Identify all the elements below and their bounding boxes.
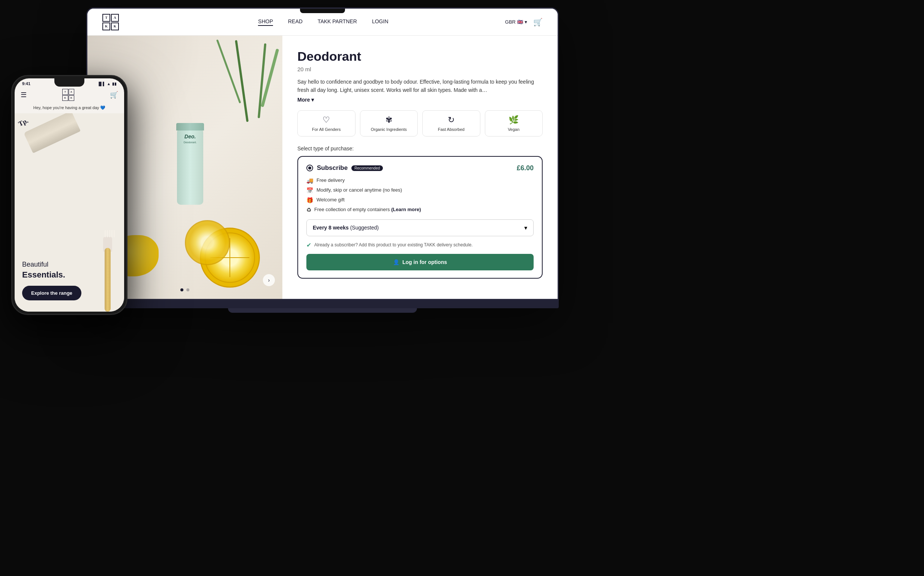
- toothpaste-tube: [24, 113, 81, 154]
- laptop-device: T A K K SHOP READ TAKK PARTNER LOGIN GBR…: [86, 8, 559, 315]
- calendar-icon: 📅: [306, 187, 313, 194]
- nav-read-link[interactable]: READ: [288, 18, 303, 26]
- phone-logo-cell-k1: K: [62, 95, 68, 101]
- feature-label-absorbed: Fast Absorbed: [438, 127, 465, 132]
- phone-hamburger-icon[interactable]: ☰: [21, 91, 27, 99]
- recycle-icon: ♻: [306, 206, 311, 213]
- laptop-foot-inner: [228, 308, 417, 313]
- benefit-collection-text: Free collection of empty containers (Lea…: [314, 206, 421, 212]
- product-description: Say hello to confidence and goodbye to b…: [297, 78, 543, 94]
- vegan-icon: 🌿: [508, 115, 519, 125]
- chevron-down-icon: ▾: [524, 224, 527, 231]
- feature-label-vegan: Vegan: [508, 127, 520, 132]
- radio-dot: [308, 166, 311, 170]
- feature-label-genders: For All Genders: [312, 127, 341, 132]
- more-description-button[interactable]: More ▾: [297, 97, 543, 103]
- logo-cell-t: T: [102, 14, 110, 22]
- subscribe-header: Subscribe Recommended £6.00: [306, 164, 534, 172]
- laptop-foot: [86, 308, 559, 313]
- benefit-free-delivery: 🚚 Free delivery: [306, 178, 534, 184]
- subscriber-note: ✔ Already a subscriber? Add this product…: [306, 242, 534, 249]
- phone-tagline: Beautiful: [22, 261, 117, 269]
- product-size: 20 ml: [297, 66, 543, 72]
- product-title: Deodorant: [297, 49, 543, 64]
- subscribe-name: Subscribe: [317, 164, 348, 172]
- benefit-modify: 📅 Modify, skip or cancel anytime (no fee…: [306, 187, 534, 194]
- laptop-logo: T A K K: [102, 14, 119, 30]
- feature-icons-row: ♡ For All Genders ✾ Organic Ingredients …: [297, 110, 543, 136]
- learn-more-link[interactable]: (Learn more): [391, 206, 421, 212]
- phone-logo-cell-k2: K: [69, 95, 75, 101]
- toothbrush-bristles: [105, 230, 115, 237]
- explore-range-button[interactable]: Explore the range: [22, 286, 82, 300]
- login-for-options-button[interactable]: 👤 Log in for options: [306, 254, 534, 270]
- subscribe-option-box: Subscribe Recommended £6.00 🚚 Free deliv…: [297, 156, 543, 278]
- frequency-text: Every 8 weeks (Suggested): [313, 225, 379, 230]
- feature-fast-absorbed: ↻ Fast Absorbed: [422, 110, 480, 136]
- feature-vegan: 🌿 Vegan: [485, 110, 543, 136]
- feature-label-organic: Organic Ingredients: [371, 127, 407, 132]
- feature-for-all-genders: ♡ For All Genders: [297, 110, 355, 136]
- phone-logo-cell-a: A: [69, 89, 75, 95]
- subscribe-benefits-list: 🚚 Free delivery 📅 Modify, skip or cancel…: [306, 178, 534, 213]
- heart-icon: ♡: [323, 115, 330, 125]
- laptop-base: [86, 300, 559, 308]
- region-selector[interactable]: GBR 🇬🇧 ▾: [505, 19, 527, 25]
- phone-device: 9:41 ▐▌▌ ▲ ▮▮ ☰ T A K K 🛒 Hey, hop: [11, 75, 128, 315]
- benefit-delivery-text: Free delivery: [317, 178, 345, 183]
- carousel-next-button[interactable]: ›: [263, 274, 275, 286]
- chevron-down-icon: ▾: [311, 97, 314, 103]
- subscribe-title-row: Subscribe Recommended: [306, 164, 383, 172]
- carousel-dot-1[interactable]: [181, 288, 183, 291]
- phone-hero-text: Beautiful Essentials. Explore the range: [22, 261, 117, 300]
- purchase-type-label: Select type of purchase:: [297, 146, 543, 152]
- login-btn-label: Log in for options: [402, 259, 447, 265]
- laptop-screen: T A K K SHOP READ TAKK PARTNER LOGIN GBR…: [87, 9, 558, 299]
- lemon-slice-small: [185, 220, 230, 265]
- check-circle-icon: ✔: [306, 242, 311, 249]
- phone-time: 9:41: [22, 82, 30, 86]
- nav-login-link[interactable]: LOGIN: [372, 18, 388, 26]
- benefit-gift-text: Welcome gift: [317, 197, 345, 203]
- phone-cart-icon[interactable]: 🛒: [110, 91, 118, 99]
- benefit-gift: 🎁 Welcome gift: [306, 197, 534, 204]
- more-label: More: [297, 97, 310, 103]
- subscribe-radio[interactable]: [306, 165, 313, 171]
- logo-cell-k1: K: [102, 22, 110, 30]
- subscribe-price: £6.00: [517, 164, 534, 172]
- deo-tube: Deo. Deodorant.: [177, 130, 203, 205]
- logo-cell-k2: K: [111, 22, 119, 30]
- chevron-down-icon: ▾: [524, 19, 527, 25]
- signal-icon: ▐▌▌: [98, 82, 106, 86]
- subscriber-note-text: Already a subscriber? Add this product t…: [314, 242, 473, 248]
- deo-tube-subtext: Deodorant.: [184, 141, 197, 144]
- flag-icon: 🇬🇧: [517, 19, 523, 25]
- carousel-dot-2[interactable]: [186, 288, 189, 291]
- benefit-collection: ♻ Free collection of empty containers (L…: [306, 206, 534, 213]
- nav-partner-link[interactable]: TAKK PARTNER: [318, 18, 357, 26]
- toothpaste-label: Tp.: [17, 117, 30, 128]
- login-icon: 👤: [393, 259, 400, 265]
- logo-cell-a: A: [111, 14, 119, 22]
- frequency-selector[interactable]: Every 8 weeks (Suggested) ▾: [306, 219, 534, 236]
- leaf-icon: ✾: [385, 115, 392, 125]
- laptop-camera-notch: [300, 9, 345, 13]
- laptop-cart-icon[interactable]: 🛒: [533, 18, 543, 27]
- phone-hero: Tp.: [14, 113, 124, 312]
- phone-nav: ☰ T A K K 🛒: [14, 86, 124, 104]
- phone-greeting: Hey, hope you're having a great day 💙: [14, 104, 124, 113]
- phone-logo-cell-ta: T: [62, 89, 68, 95]
- battery-icon: ▮▮: [112, 82, 117, 86]
- nav-shop-link[interactable]: SHOP: [258, 18, 273, 26]
- phone-tagline-bold: Essentials.: [22, 270, 117, 280]
- deo-tube-cap: [176, 123, 204, 131]
- benefit-modify-text: Modify, skip or cancel anytime (no fees): [317, 187, 402, 193]
- delivery-icon: 🚚: [306, 178, 313, 184]
- gift-icon: 🎁: [306, 197, 313, 204]
- phone-logo: T A K K: [62, 89, 74, 101]
- feature-organic: ✾ Organic Ingredients: [360, 110, 418, 136]
- wifi-icon: ▲: [107, 82, 110, 86]
- product-details-panel: Deodorant 20 ml Say hello to confidence …: [282, 36, 558, 299]
- laptop-nav-links: SHOP READ TAKK PARTNER LOGIN: [141, 18, 505, 26]
- laptop-nav-right: GBR 🇬🇧 ▾ 🛒: [505, 18, 543, 27]
